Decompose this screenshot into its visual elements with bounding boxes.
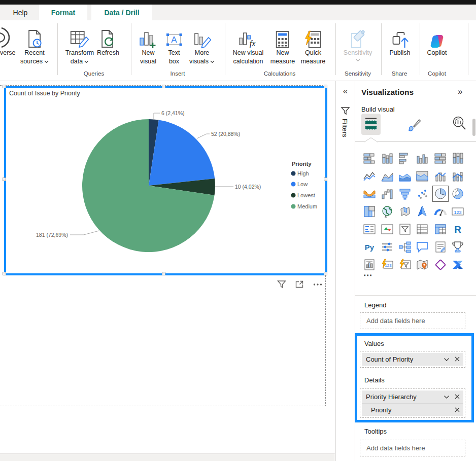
visual-type-smart-narrative-icon[interactable]	[434, 240, 447, 254]
visual-type-kpi-icon[interactable]	[381, 223, 394, 236]
visual-type-slicer-icon[interactable]	[398, 223, 412, 236]
field-dropdown-icon[interactable]	[444, 358, 450, 362]
more-visuals-button[interactable]: Morevisuals	[189, 22, 215, 66]
recent-sources-icon	[26, 22, 43, 49]
visual-type-table-icon[interactable]	[416, 223, 429, 236]
button-label: Refresh	[97, 49, 119, 56]
field-pill-count-of-priority[interactable]: Count of Priority	[362, 353, 463, 366]
visual-type-donut-chart-icon[interactable]	[451, 187, 464, 200]
well-legend[interactable]: Add data fields here	[360, 312, 465, 329]
more-visual-types[interactable]: ⋯	[363, 270, 372, 280]
ribbon-tab-format[interactable]: Format	[39, 5, 87, 20]
visual-type-new-slicer-icon[interactable]	[398, 258, 412, 271]
visual-type-line-clustered-column-chart-icon[interactable]	[434, 169, 447, 183]
refresh-button[interactable]: Refresh	[97, 22, 119, 57]
filters-funnel-icon[interactable]	[341, 107, 350, 115]
report-canvas[interactable]: Count of Issue by Priority 6 (2,41%)52 (…	[0, 81, 335, 461]
visual-resize-handle[interactable]	[162, 85, 165, 88]
visual-type-stacked-bar-chart-icon[interactable]	[363, 152, 376, 165]
collapse-pane-icon[interactable]: «	[335, 86, 355, 96]
visual-type-metrics-icon[interactable]	[451, 240, 464, 254]
visual-type-matrix-icon[interactable]	[434, 223, 447, 236]
visual-type-area-chart-icon[interactable]	[381, 169, 394, 183]
copilot-button[interactable]: Copilot	[427, 22, 447, 57]
visual-resize-handle[interactable]	[3, 272, 6, 275]
visual-type-arcgis-map-icon[interactable]	[416, 258, 429, 271]
visual-type-r-script-visual-icon[interactable]: R	[451, 223, 464, 236]
tab-analytics[interactable]	[451, 115, 468, 132]
visual-resize-handle[interactable]	[324, 85, 327, 88]
visual-type-power-apps-icon[interactable]	[434, 258, 447, 271]
visual-resize-handle[interactable]	[324, 178, 327, 181]
pane-scrollbar[interactable]	[472, 119, 475, 136]
new-measure-button[interactable]: Newmeasure	[270, 22, 295, 66]
visual-type-card-icon[interactable]: 123	[451, 205, 464, 218]
filters-pane-label[interactable]: Filters	[341, 119, 349, 137]
filter-icon[interactable]	[277, 279, 287, 290]
sensitivity-button[interactable]: Sensitivity	[344, 22, 372, 62]
pie-chart-visual[interactable]: Count of Issue by Priority 6 (2,41%)52 (…	[4, 86, 327, 275]
visual-type-decomposition-tree-icon[interactable]	[398, 240, 412, 254]
visual-type-ribbon-chart-icon[interactable]	[363, 187, 376, 200]
remove-field-icon[interactable]	[455, 394, 460, 399]
well-details[interactable]: Priority HierarchyPriority	[360, 388, 465, 418]
visual-type-hundred-stacked-bar-chart-icon[interactable]	[434, 152, 447, 165]
dataverse-button[interactable]: verse	[0, 22, 16, 57]
transform-data-button[interactable]: Transformdata	[65, 22, 94, 66]
visual-type-power-automate-icon[interactable]	[451, 258, 464, 271]
legend-label[interactable]: High	[297, 170, 309, 176]
visual-type-clustered-column-chart-icon[interactable]	[416, 152, 429, 165]
new-visual-calculation-button[interactable]: fxNew visualcalculation	[233, 22, 263, 66]
field-dropdown-icon[interactable]	[444, 395, 450, 399]
visual-type-gauge-icon[interactable]	[434, 205, 447, 218]
tab-build-visual[interactable]	[361, 114, 381, 135]
pie-chart[interactable]: 6 (2,41%)52 (20,88%)10 (4,02%)181 (72,69…	[6, 88, 325, 273]
well-tooltips[interactable]: Add data fields here	[360, 440, 465, 456]
visual-type-new-card-icon[interactable]: 123	[381, 258, 394, 271]
visual-type-button-slicer-icon[interactable]	[381, 240, 394, 254]
visual-type-azure-map-icon[interactable]	[416, 205, 429, 218]
remove-field-icon[interactable]	[455, 407, 460, 412]
field-pill-priority-hierarchy[interactable]: Priority Hierarchy	[362, 391, 463, 403]
visual-type-python-visual-icon[interactable]: Py	[363, 240, 376, 254]
more-options-icon[interactable]	[313, 279, 323, 290]
visual-type-stacked-area-chart-icon[interactable]	[398, 169, 412, 183]
expand-pane-icon[interactable]: »	[458, 87, 462, 97]
visual-type-map-icon[interactable]	[381, 205, 394, 218]
visual-type-treemap-icon[interactable]	[363, 205, 376, 218]
visual-type-stacked-column-chart-icon[interactable]	[381, 152, 394, 165]
visual-type-pie-chart-icon[interactable]	[434, 187, 447, 200]
recent-sources-button[interactable]: Recentsources	[20, 22, 49, 66]
focus-mode-icon[interactable]	[294, 279, 304, 290]
visual-type-filled-map-icon[interactable]	[398, 205, 412, 218]
visual-resize-handle[interactable]	[3, 85, 6, 88]
well-values[interactable]: Count of Priority	[360, 351, 465, 368]
visual-type-multi-row-card-icon[interactable]	[363, 223, 376, 236]
legend-label[interactable]: Medium	[297, 203, 317, 209]
ribbon-tab-help[interactable]: Help	[9, 5, 31, 20]
visual-type-hundred-stacked-area-chart-icon[interactable]	[416, 169, 429, 183]
legend-label[interactable]: Lowest	[297, 192, 315, 198]
legend-label[interactable]: Low	[297, 181, 308, 187]
visual-type-waterfall-chart-icon[interactable]	[381, 187, 394, 200]
pie-slice-low[interactable]	[149, 120, 215, 186]
visual-type-scatter-chart-icon[interactable]	[416, 187, 429, 200]
visual-type-hundred-stacked-column-chart-icon[interactable]	[451, 152, 464, 165]
remove-field-icon[interactable]	[455, 357, 460, 362]
visual-type-funnel-chart-icon[interactable]	[398, 187, 412, 200]
text-box-button[interactable]: ATextbox	[165, 22, 183, 66]
field-pill-priority[interactable]: Priority	[362, 403, 463, 416]
visual-resize-handle[interactable]	[324, 272, 327, 275]
tab-format-visual[interactable]	[406, 116, 423, 133]
ribbon-tab-data-drill[interactable]: Data / Drill	[91, 5, 152, 20]
quick-measure-button[interactable]: Quickmeasure	[301, 22, 326, 66]
visual-type-line-chart-icon[interactable]	[363, 169, 376, 183]
visual-type-line-stacked-column-chart-icon[interactable]	[451, 169, 464, 183]
new-visual-button[interactable]: Newvisual	[139, 22, 157, 66]
well-label-legend: Legend	[364, 301, 386, 309]
visual-resize-handle[interactable]	[162, 272, 165, 275]
visual-type-clustered-bar-chart-icon[interactable]	[398, 152, 412, 165]
visual-type-q-and-a-icon[interactable]	[416, 240, 429, 254]
visual-resize-handle[interactable]	[3, 178, 6, 181]
publish-button[interactable]: Publish	[390, 22, 411, 57]
